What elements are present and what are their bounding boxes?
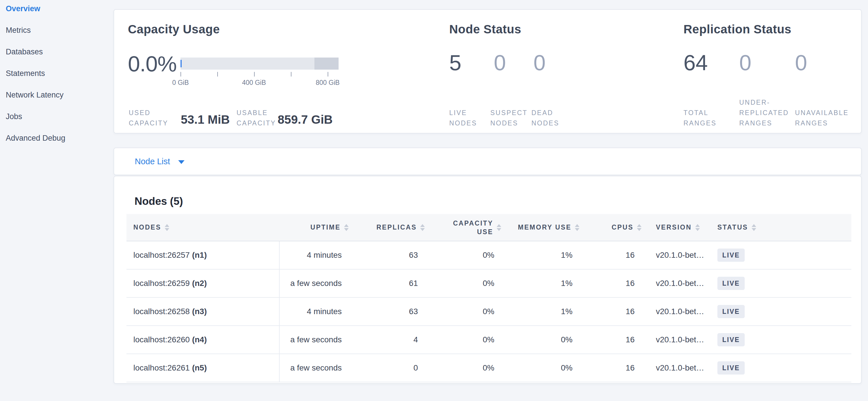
replicas-cell: 4 bbox=[349, 326, 425, 353]
capacity-used-marker bbox=[181, 60, 182, 67]
sort-icon bbox=[637, 224, 642, 231]
node-address: localhost:26261 bbox=[133, 363, 190, 373]
nodes-table-header: NODES UPTIME REPLICAS CAPACITY USE MEMOR… bbox=[126, 214, 851, 241]
column-header-status[interactable]: STATUS bbox=[708, 214, 851, 241]
version-cell: v20.1.0-bet… bbox=[642, 298, 708, 325]
column-header-uptime[interactable]: UPTIME bbox=[280, 214, 349, 241]
axis-tick bbox=[254, 72, 255, 77]
capacity-use-cell: 0% bbox=[425, 269, 501, 297]
table-row[interactable]: localhost:26260(n4) a few seconds 4 0% 0… bbox=[126, 326, 851, 354]
under-replicated-ranges-count: 0 bbox=[739, 52, 791, 74]
table-row[interactable]: localhost:26259(n2) a few seconds 61 0% … bbox=[126, 269, 851, 298]
capacity-use-cell: 0% bbox=[425, 326, 501, 353]
status-cell: LIVE bbox=[708, 269, 851, 297]
replicas-cell: 63 bbox=[349, 298, 425, 325]
live-nodes-label: LIVE NODES bbox=[449, 108, 485, 128]
capacity-bar-chart: 0 GiB 400 GiB 800 GiB bbox=[181, 58, 339, 92]
memory-use-cell: 0% bbox=[501, 354, 580, 382]
column-header-memory-use[interactable]: MEMORY USE bbox=[501, 214, 580, 241]
capacity-bar-overflow-segment bbox=[314, 58, 339, 69]
used-capacity-value: 53.1 MiB bbox=[181, 113, 230, 126]
node-list-dropdown-label: Node List bbox=[135, 157, 170, 166]
uptime-cell: a few seconds bbox=[280, 354, 349, 382]
view-selector-card: Node List bbox=[114, 148, 862, 175]
column-header-label: MEMORY USE bbox=[518, 224, 571, 231]
capacity-usage-title: Capacity Usage bbox=[128, 23, 220, 36]
suspect-nodes-label: SUSPECT NODES bbox=[490, 108, 526, 128]
status-cell: LIVE bbox=[708, 354, 851, 382]
status-cell: LIVE bbox=[708, 241, 851, 269]
sort-icon bbox=[497, 224, 501, 231]
node-address: localhost:26259 bbox=[133, 279, 190, 288]
total-ranges-label: TOTAL RANGES bbox=[683, 108, 735, 128]
nodes-table: NODES UPTIME REPLICAS CAPACITY USE MEMOR… bbox=[126, 214, 851, 382]
cpus-cell: 16 bbox=[580, 241, 642, 269]
sort-icon bbox=[695, 224, 700, 231]
sidebar-item-network-latency[interactable]: Network Latency bbox=[0, 84, 113, 106]
sidebar-item-jobs[interactable]: Jobs bbox=[0, 106, 113, 127]
under-replicated-ranges-label: UNDER-REPLICATED RANGES bbox=[739, 97, 791, 128]
status-badge: LIVE bbox=[717, 277, 745, 290]
uptime-cell: a few seconds bbox=[280, 269, 349, 297]
sidebar-item-statements[interactable]: Statements bbox=[0, 63, 113, 84]
sidebar-item-overview[interactable]: Overview bbox=[0, 0, 113, 20]
node-status-title: Node Status bbox=[449, 23, 521, 36]
sidebar-item-metrics[interactable]: Metrics bbox=[0, 20, 113, 41]
column-header-nodes[interactable]: NODES bbox=[126, 214, 280, 241]
memory-use-cell: 1% bbox=[501, 269, 580, 297]
node-id: (n5) bbox=[192, 363, 207, 373]
status-badge: LIVE bbox=[717, 333, 745, 346]
node-address: localhost:26257 bbox=[133, 251, 190, 260]
node-id: (n2) bbox=[192, 279, 207, 288]
status-badge: LIVE bbox=[717, 361, 745, 375]
used-capacity-label: USED CAPACITY bbox=[129, 108, 173, 128]
cpus-cell: 16 bbox=[580, 298, 642, 325]
column-header-cpus[interactable]: CPUS bbox=[580, 214, 642, 241]
sidebar-item-databases[interactable]: Databases bbox=[0, 41, 113, 63]
axis-tick-label: 0 GiB bbox=[172, 79, 189, 87]
column-header-label: STATUS bbox=[717, 224, 748, 231]
table-row[interactable]: localhost:26258(n3) 4 minutes 63 0% 1% 1… bbox=[126, 298, 851, 326]
suspect-nodes-count: 0 bbox=[494, 52, 528, 74]
axis-tick bbox=[328, 72, 328, 77]
memory-use-cell: 0% bbox=[501, 326, 580, 353]
node-address-cell[interactable]: localhost:26258(n3) bbox=[126, 298, 280, 325]
status-cell: LIVE bbox=[708, 326, 851, 353]
node-id: (n3) bbox=[192, 307, 207, 316]
axis-tick bbox=[291, 72, 291, 77]
nodes-table-card: Nodes (5) NODES UPTIME REPLICAS CAPACITY… bbox=[114, 176, 862, 384]
total-ranges-count: 64 bbox=[683, 52, 735, 74]
column-header-label: UPTIME bbox=[310, 224, 341, 231]
column-header-label: VERSION bbox=[656, 224, 692, 231]
column-header-label: CAPACITY USE bbox=[450, 219, 493, 236]
capacity-bar bbox=[181, 58, 339, 69]
column-header-replicas[interactable]: REPLICAS bbox=[349, 214, 425, 241]
sidebar-item-advanced-debug[interactable]: Advanced Debug bbox=[0, 127, 113, 149]
column-header-label: REPLICAS bbox=[376, 224, 417, 231]
node-address: localhost:26258 bbox=[133, 307, 190, 316]
node-address-cell[interactable]: localhost:26260(n4) bbox=[126, 326, 280, 353]
node-list-dropdown[interactable]: Node List bbox=[114, 148, 861, 175]
table-row[interactable]: localhost:26257(n1) 4 minutes 63 0% 1% 1… bbox=[126, 241, 851, 269]
column-header-capacity-use[interactable]: CAPACITY USE bbox=[425, 214, 501, 241]
sort-icon bbox=[752, 224, 756, 231]
column-header-version[interactable]: VERSION bbox=[642, 214, 708, 241]
table-row[interactable]: localhost:26261(n5) a few seconds 0 0% 0… bbox=[126, 354, 851, 382]
column-header-label: NODES bbox=[133, 224, 161, 231]
replicas-cell: 63 bbox=[349, 241, 425, 269]
node-address-cell[interactable]: localhost:26257(n1) bbox=[126, 241, 280, 269]
node-address-cell[interactable]: localhost:26261(n5) bbox=[126, 354, 280, 382]
axis-tick-label: 800 GiB bbox=[316, 79, 339, 87]
unavailable-ranges-count: 0 bbox=[795, 52, 807, 74]
node-address-cell[interactable]: localhost:26259(n2) bbox=[126, 269, 280, 297]
replication-status-title: Replication Status bbox=[683, 23, 791, 36]
cpus-cell: 16 bbox=[580, 354, 642, 382]
dead-nodes-count: 0 bbox=[533, 52, 546, 74]
axis-tick bbox=[217, 72, 218, 77]
cluster-summary-card: Capacity Usage 0.0% 0 GiB 400 GiB 800 Gi… bbox=[114, 9, 862, 134]
replication-labels: TOTAL RANGES UNDER-REPLICATED RANGES UNA… bbox=[683, 97, 852, 128]
node-id: (n4) bbox=[192, 335, 207, 344]
uptime-cell: 4 minutes bbox=[280, 298, 349, 325]
capacity-use-cell: 0% bbox=[425, 241, 501, 269]
node-status-values: 5 0 0 bbox=[449, 52, 546, 74]
